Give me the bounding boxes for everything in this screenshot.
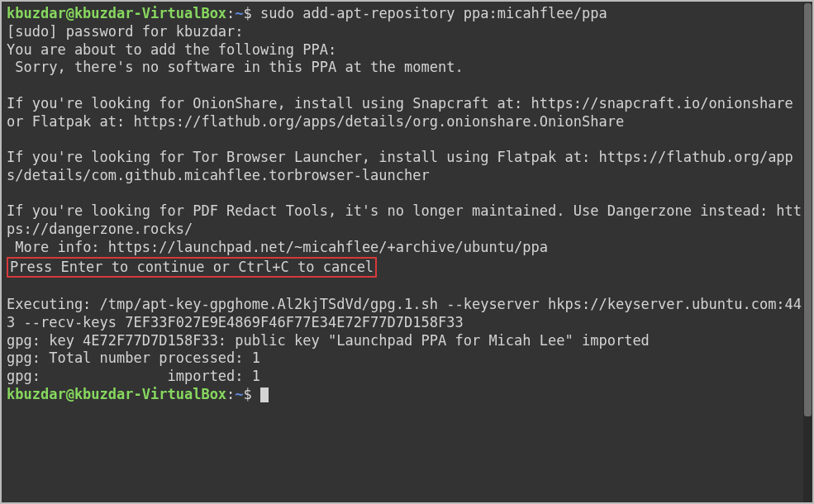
prompt-userhost: kbuzdar@kbuzdar-VirtualBox: [7, 5, 226, 21]
terminal-output[interactable]: kbuzdar@kbuzdar-VirtualBox:~$ sudo add-a…: [2, 2, 812, 407]
output-line: More info: https://launchpad.net/~micahf…: [7, 239, 548, 255]
prompt-sep: :: [226, 5, 235, 21]
output-line: You are about to add the following PPA:: [7, 41, 336, 58]
output-line: If you're looking for PDF Redact Tools, …: [7, 202, 802, 237]
output-line: gpg: key 4E72F77D7D158F33: public key "L…: [7, 332, 650, 349]
prompt-userhost: kbuzdar@kbuzdar-VirtualBox: [7, 386, 226, 402]
output-line: [sudo] password for kbuzdar:: [7, 23, 244, 40]
prompt-sep: :: [226, 386, 235, 402]
output-line: If you're looking for Tor Browser Launch…: [7, 149, 793, 183]
output-line: gpg: imported: 1: [7, 368, 260, 384]
prompt-dollar: $: [244, 5, 252, 21]
output-line: Executing: /tmp/apt-key-gpghome.Al2kjTSd…: [7, 296, 802, 330]
prompt-path: ~: [235, 386, 243, 402]
output-line: Sorry, there's no software in this PPA a…: [7, 59, 464, 75]
instruction-text: Press Enter to continue or Ctrl+C to can…: [10, 259, 374, 275]
command-text: [252, 386, 260, 402]
scrollbar-vertical[interactable]: [803, 3, 812, 502]
output-line: If you're looking for OnionShare, instal…: [7, 95, 802, 130]
prompt-dollar: $: [244, 386, 252, 402]
output-line: gpg: Total number processed: 1: [7, 349, 260, 366]
highlighted-instruction: Press Enter to continue or Ctrl+C to can…: [7, 257, 377, 278]
prompt-path: ~: [235, 5, 243, 21]
prompt-line-1: kbuzdar@kbuzdar-VirtualBox:~$ sudo add-a…: [7, 5, 607, 21]
command-text: sudo add-apt-repository ppa:micahflee/pp…: [252, 5, 607, 21]
scrollbar-thumb[interactable]: [804, 3, 812, 416]
prompt-line-2: kbuzdar@kbuzdar-VirtualBox:~$: [7, 386, 269, 402]
cursor-icon: [260, 388, 269, 402]
